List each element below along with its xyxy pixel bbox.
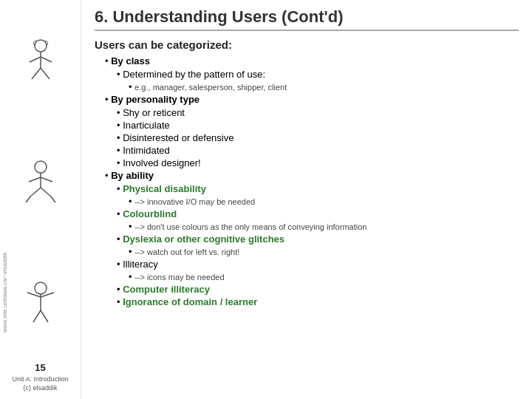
svg-line-18	[33, 310, 41, 322]
ability-colourblind: Colourblind	[117, 208, 519, 219]
section-heading: Users can be categorized:	[95, 38, 519, 51]
sidebar: www.site.uottawa.ca/~elsaddik	[0, 0, 81, 399]
main-content: 6. Understanding Users (Cont'd) Users ca…	[81, 0, 532, 399]
by-ability-item: By ability	[105, 170, 519, 181]
personality-5: Involved designer!	[117, 157, 519, 168]
ability-illiteracy: Illiteracy	[117, 259, 519, 270]
svg-point-0	[35, 40, 47, 52]
personality-1-label: Shy or reticent	[123, 107, 185, 118]
by-class-child-1-1-label: e.g., manager, salesperson, shipper, cli…	[134, 83, 287, 92]
credit-line2: (c) elsaddik	[12, 383, 68, 393]
ability-ignorance: Ignorance of domain / learner	[117, 296, 519, 307]
by-class-child-1-1: e.g., manager, salesperson, shipper, cli…	[129, 81, 519, 92]
personality-3: Disinterested or defensive	[117, 132, 519, 143]
svg-line-8	[29, 177, 41, 182]
ability-illiteracy-label: Illiteracy	[123, 259, 158, 270]
personality-1: Shy or reticent	[117, 107, 519, 118]
ability-physical-label: Physical disability	[123, 183, 206, 194]
svg-line-4	[32, 68, 41, 79]
ability-dyslexia-label: Dyslexia or other cognitive glitches	[123, 233, 284, 245]
svg-line-5	[41, 68, 50, 79]
personality-2-label: Inarticulate	[123, 120, 170, 131]
personality-5-label: Involved designer!	[123, 157, 201, 168]
ability-illiteracy-note-label: --> icons may be needed	[134, 273, 224, 282]
by-class-item: By class	[105, 55, 519, 66]
svg-line-13	[51, 197, 55, 202]
svg-line-3	[41, 57, 52, 62]
personality-4: Intimidated	[117, 145, 519, 156]
svg-point-14	[35, 282, 47, 294]
figure-2	[18, 160, 63, 208]
by-ability-label: By ability	[111, 170, 154, 181]
sidebar-bottom: 15 Unit A: Introduction (c) elsaddik	[12, 361, 68, 393]
slide-number: 15	[12, 361, 68, 375]
ability-physical: Physical disability	[117, 183, 519, 194]
content-list: By class Determined by the pattern of us…	[95, 55, 519, 307]
by-class-child-1-label: Determined by the pattern of use:	[123, 69, 265, 80]
ability-dyslexia-note-label: --> watch out for left vs. right!	[134, 248, 239, 256]
svg-line-10	[30, 188, 41, 197]
ability-dyslexia: Dyslexia or other cognitive glitches	[117, 233, 519, 245]
svg-line-9	[41, 177, 52, 182]
ability-ignorance-label: Ignorance of domain / learner	[123, 296, 257, 307]
ability-colourblind-note-label: --> don't use colours as the only means …	[134, 222, 366, 231]
sidebar-figures	[18, 6, 63, 361]
page-title: 6. Understanding Users (Cont'd)	[95, 7, 519, 31]
ability-computer-illiteracy: Computer illiteracy	[117, 284, 519, 295]
by-personality-item: By personality type	[105, 94, 519, 105]
personality-4-label: Intimidated	[123, 145, 170, 156]
by-class-child-1: Determined by the pattern of use:	[117, 69, 519, 80]
ability-physical-note: --> innovative I/O may be needed	[129, 196, 519, 207]
svg-line-2	[30, 57, 41, 62]
credit-line1: Unit A: Introduction	[12, 375, 68, 384]
ability-physical-note-label: --> innovative I/O may be needed	[134, 197, 255, 206]
sidebar-url: www.site.uottawa.ca/~elsaddik	[1, 37, 8, 332]
ability-computer-illiteracy-label: Computer illiteracy	[123, 284, 210, 295]
svg-point-6	[35, 161, 47, 173]
by-personality-label: By personality type	[111, 94, 200, 105]
ability-colourblind-note: --> don't use colours as the only means …	[129, 221, 519, 232]
svg-line-11	[26, 197, 30, 202]
figure-3	[18, 281, 63, 329]
ability-dyslexia-note: --> watch out for left vs. right!	[129, 246, 519, 257]
figure-1	[18, 38, 63, 86]
personality-3-label: Disinterested or defensive	[123, 132, 233, 143]
personality-2: Inarticulate	[117, 120, 519, 131]
ability-illiteracy-note: --> icons may be needed	[129, 271, 519, 282]
svg-line-12	[41, 188, 51, 197]
ability-colourblind-label: Colourblind	[123, 208, 177, 219]
by-class-label: By class	[111, 55, 150, 66]
svg-line-19	[41, 310, 48, 322]
